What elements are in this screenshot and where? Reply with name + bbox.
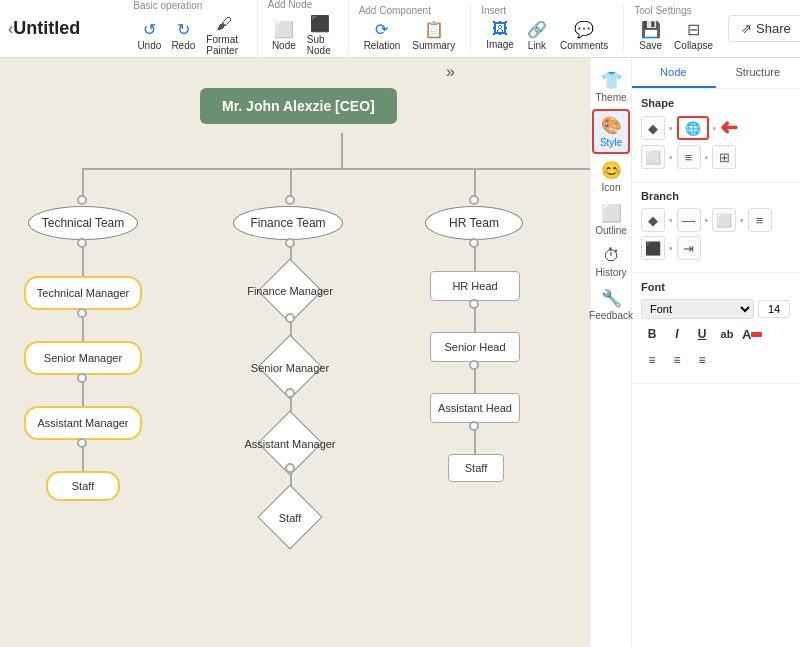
link-icon: 🔗 (527, 20, 547, 39)
technical-team-node[interactable]: Technical Team (28, 206, 138, 240)
branch-rect2-btn[interactable]: ⬜ (712, 208, 736, 232)
save-button[interactable]: 💾 Save (634, 18, 667, 53)
branch-section-title: Branch (641, 190, 790, 202)
bold-button[interactable]: B (641, 323, 663, 345)
hr-team-node[interactable]: HR Team (425, 206, 523, 240)
toolbar-group-toolsettings: Tool Settings 💾 Save ⊟ Collapse (624, 5, 728, 53)
align-left-button[interactable]: ≡ (641, 349, 663, 371)
align-right-button[interactable]: ≡ (691, 349, 713, 371)
sub-node-icon: ⬛ (310, 14, 330, 33)
comments-icon: 💬 (574, 20, 594, 39)
feedback-icon: 🔧 (601, 288, 622, 309)
senior-manager-tech-node[interactable]: Senior Manager (24, 341, 142, 375)
font-section: Font Font B I U ab A ≡ ≡ ≡ (631, 273, 800, 384)
tech-connector-v4 (82, 447, 84, 472)
senior-manager-finance-label: Senior Manager (233, 353, 347, 383)
summary-icon: 📋 (424, 20, 444, 39)
branch-indent-btn[interactable]: ⇥ (677, 236, 701, 260)
hr-team-label: HR Team (449, 216, 499, 230)
sidebar-item-style[interactable]: 🎨 Style (592, 109, 630, 154)
redo-button[interactable]: ↻ Redo (167, 18, 199, 53)
technical-manager-label: Technical Manager (37, 287, 129, 299)
technical-manager-node[interactable]: Technical Manager (24, 276, 142, 310)
branch-line-btn[interactable]: — (677, 208, 701, 232)
undo-button[interactable]: ↺ Undo (133, 18, 165, 53)
app-title: Untitled (13, 18, 103, 39)
tab-node[interactable]: Node (631, 58, 716, 88)
tech-connector-v-top (82, 168, 84, 198)
branch-small-btn[interactable]: ⬛ (641, 236, 665, 260)
toolbar-label-insert: Insert (481, 5, 506, 16)
branch-sep3: • (740, 215, 744, 226)
finance-team-node[interactable]: Finance Team (233, 206, 343, 240)
font-size-input[interactable] (758, 300, 790, 318)
sidebar-item-history[interactable]: ⏱ History (592, 242, 630, 282)
sidebar-item-outline[interactable]: ⬜ Outline (592, 199, 630, 240)
share-icon: ⇗ (741, 21, 752, 36)
shape-lines-btn[interactable]: ≡ (677, 145, 701, 169)
sub-node-label: Sub Node (307, 34, 333, 56)
format-painter-button[interactable]: 🖌 Format Painter (201, 13, 247, 58)
assistant-manager-tech-node[interactable]: Assistant Manager (24, 406, 142, 440)
toolbar-actions: ⇗ Share ⬇ Export (728, 15, 800, 42)
format-row-2: ≡ ≡ ≡ (641, 349, 790, 371)
summary-button[interactable]: 📋 Summary (407, 18, 460, 53)
branch-lines2-btn[interactable]: ≡ (748, 208, 772, 232)
sidebar-item-feedback[interactable]: 🔧 Feedback (592, 284, 630, 325)
relation-button[interactable]: ⟳ Relation (359, 18, 406, 53)
sidebar-item-icon[interactable]: 😊 Icon (592, 156, 630, 197)
share-button[interactable]: ⇗ Share (728, 15, 800, 42)
toolbar-label-addnode: Add Node (268, 0, 312, 10)
sub-node-button[interactable]: ⬛ Sub Node (302, 12, 338, 58)
link-button[interactable]: 🔗 Link (521, 18, 553, 53)
image-button[interactable]: 🖼 Image (481, 18, 519, 52)
node-label: Node (272, 40, 296, 51)
align-center-button[interactable]: ≡ (666, 349, 688, 371)
format-row-1: B I U ab A (641, 323, 790, 345)
hr-connector-v1 (474, 247, 476, 272)
node-button[interactable]: ⬜ Node (268, 18, 300, 53)
link-label: Link (528, 40, 546, 51)
hr-head-label: HR Head (452, 280, 497, 292)
toolbar-items-addnode: ⬜ Node ⬛ Sub Node (268, 12, 338, 58)
toolbar-items-toolsettings: 💾 Save ⊟ Collapse (634, 18, 718, 53)
assistant-head-node[interactable]: Assistant Head (430, 393, 520, 423)
shape-selected-icon: 🌐 (685, 121, 701, 136)
main-layout: Mr. John Alexzie [CEO] Technical Team Te… (0, 58, 800, 647)
hr-connector-v2 (474, 308, 476, 333)
assistant-manager-finance-label: Assistant Manager (233, 429, 347, 459)
outline-label: Outline (595, 225, 627, 236)
toolbar-group-basic: Basic operation ↺ Undo ↻ Redo 🖌 Format P… (123, 0, 258, 58)
sidebar-item-theme[interactable]: 👕 Theme (592, 66, 630, 107)
font-color-button[interactable]: A (741, 323, 763, 345)
redo-icon: ↻ (177, 20, 190, 39)
ceo-node[interactable]: Mr. John Alexzie [CEO] (200, 88, 397, 124)
branch-fill-btn[interactable]: ◆ (641, 208, 665, 232)
font-family-select[interactable]: Font (641, 299, 754, 319)
shape-rect-btn[interactable]: ⬜ (641, 145, 665, 169)
theme-icon: 👕 (601, 70, 622, 91)
toolbar-group-insert: Insert 🖼 Image 🔗 Link 💬 Comments (471, 5, 624, 53)
toolbar-group-addcomp: Add Component ⟳ Relation 📋 Summary (349, 5, 472, 53)
italic-button[interactable]: I (666, 323, 688, 345)
canvas[interactable]: Mr. John Alexzie [CEO] Technical Team Te… (0, 58, 630, 647)
shape-fill-btn[interactable]: ◆ (641, 116, 665, 140)
strikethrough-button[interactable]: ab (716, 323, 738, 345)
toolbar-items-insert: 🖼 Image 🔗 Link 💬 Comments (481, 18, 613, 53)
hr-head-node[interactable]: HR Head (430, 271, 520, 301)
icon-icon: 😊 (601, 160, 622, 181)
summary-label: Summary (412, 40, 455, 51)
toolbar-group-addnode: Add Node ⬜ Node ⬛ Sub Node (258, 0, 349, 58)
collapse-panel-button[interactable]: » (446, 63, 455, 81)
shape-table-btn[interactable]: ⊞ (712, 145, 736, 169)
underline-button[interactable]: U (691, 323, 713, 345)
shape-selected-btn[interactable]: 🌐 (677, 116, 709, 140)
staff-tech-node[interactable]: Staff (46, 471, 120, 501)
tab-structure[interactable]: Structure (716, 58, 801, 88)
style-icon: 🎨 (601, 115, 622, 136)
senior-head-node[interactable]: Senior Head (430, 332, 520, 362)
collapse-button[interactable]: ⊟ Collapse (669, 18, 718, 53)
staff-hr-node[interactable]: Staff (448, 454, 504, 482)
comments-button[interactable]: 💬 Comments (555, 18, 613, 53)
branch-sep4: • (669, 243, 673, 254)
